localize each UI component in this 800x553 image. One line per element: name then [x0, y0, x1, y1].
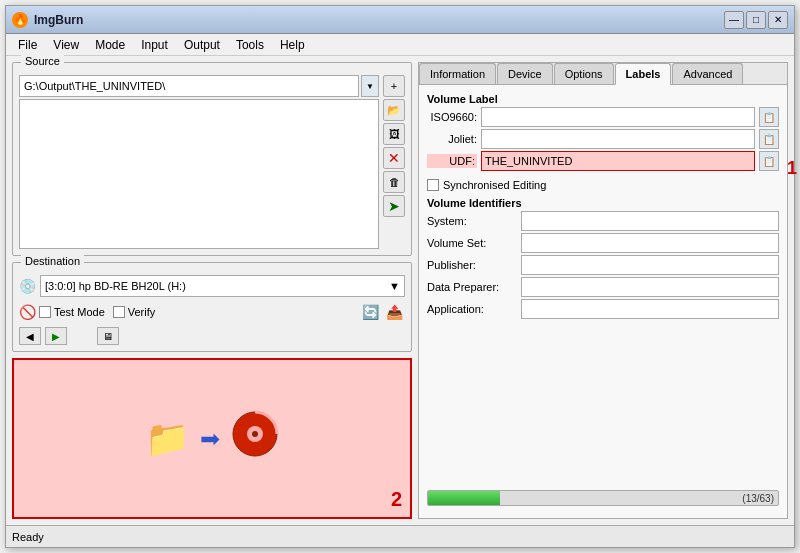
system-input[interactable]: [521, 211, 779, 231]
publisher-row: Publisher:: [427, 255, 779, 275]
test-mode-label: Test Mode: [54, 306, 105, 318]
main-content: Source G:\Output\THE_UNINVITED\ ▼ + 📂 🖼 …: [6, 56, 794, 525]
publisher-key: Publisher:: [427, 259, 517, 271]
screen-button[interactable]: 🖥: [97, 327, 119, 345]
source-file-list[interactable]: [19, 99, 379, 249]
iso9660-copy-button[interactable]: 📋: [759, 107, 779, 127]
tab-advanced[interactable]: Advanced: [672, 63, 743, 84]
iso9660-key: ISO9660:: [427, 111, 477, 123]
udf-input[interactable]: [481, 151, 755, 171]
iso9660-input[interactable]: [481, 107, 755, 127]
udf-key: UDF:: [427, 154, 477, 168]
udf-row: UDF: 📋 1: [427, 151, 779, 171]
application-row: Application:: [427, 299, 779, 319]
iso9660-row: ISO9660: 📋: [427, 107, 779, 127]
close-button[interactable]: ✕: [768, 11, 788, 29]
test-mode-checkbox[interactable]: [39, 306, 51, 318]
source-content: G:\Output\THE_UNINVITED\ ▼ + 📂 🖼 ✕ 🗑 ➤: [19, 75, 405, 249]
data-preparer-row: Data Preparer:: [427, 277, 779, 297]
sync-checkbox[interactable]: [427, 179, 439, 191]
remove-source-button[interactable]: ✕: [383, 147, 405, 169]
browse-image-button[interactable]: 🖼: [383, 123, 405, 145]
progress-text: (13/63): [742, 493, 774, 504]
add-source-button[interactable]: +: [383, 75, 405, 97]
tab-device[interactable]: Device: [497, 63, 553, 84]
menu-help[interactable]: Help: [272, 36, 313, 54]
device-icon: 💿: [19, 278, 36, 294]
menu-mode[interactable]: Mode: [87, 36, 133, 54]
volume-identifiers-title: Volume Identifiers: [427, 197, 779, 209]
browse-folder-button[interactable]: 📂: [383, 99, 405, 121]
arrow-icon: ➡: [200, 425, 220, 453]
svg-point-2: [252, 431, 258, 437]
tab-labels[interactable]: Labels: [615, 63, 672, 85]
source-dropdown-button[interactable]: ▼: [361, 75, 379, 97]
menu-view[interactable]: View: [45, 36, 87, 54]
right-panel: Information Device Options Labels Advanc…: [418, 62, 788, 519]
tab-information[interactable]: Information: [419, 63, 496, 84]
preview-number: 2: [391, 488, 402, 511]
data-preparer-key: Data Preparer:: [427, 281, 517, 293]
volume-label-section: Volume Label ISO9660: 📋 Joliet: 📋 UDF:: [427, 93, 779, 173]
verify-checkbox[interactable]: [113, 306, 125, 318]
menu-output[interactable]: Output: [176, 36, 228, 54]
menu-tools[interactable]: Tools: [228, 36, 272, 54]
status-text: Ready: [12, 531, 44, 543]
window-controls: — □ ✕: [724, 11, 788, 29]
sync-row: Synchronised Editing: [427, 179, 779, 191]
app-icon: 🔥: [12, 12, 28, 28]
left-panel: Source G:\Output\THE_UNINVITED\ ▼ + 📂 🖼 …: [12, 62, 412, 519]
volume-identifiers-section: Volume Identifiers System: Volume Set: P…: [427, 197, 779, 321]
folder-icon: 📁: [145, 418, 190, 460]
test-mode-option: 🚫 Test Mode: [19, 304, 105, 320]
source-label: Source: [21, 55, 64, 67]
application-input[interactable]: [521, 299, 779, 319]
joliet-input[interactable]: [481, 129, 755, 149]
status-bar: Ready: [6, 525, 794, 547]
preview-area: 📁 ➡ 2: [12, 358, 412, 519]
source-group: Source G:\Output\THE_UNINVITED\ ▼ + 📂 🖼 …: [12, 62, 412, 256]
verify-option: Verify: [113, 306, 156, 318]
publisher-input[interactable]: [521, 255, 779, 275]
test-mode-icon: 🚫: [19, 304, 36, 320]
title-bar: 🔥 ImgBurn — □ ✕: [6, 6, 794, 34]
joliet-copy-button[interactable]: 📋: [759, 129, 779, 149]
destination-row: 💿 [3:0:0] hp BD-RE BH20L (H:) ▼: [19, 275, 405, 297]
go-source-button[interactable]: ➤: [383, 195, 405, 217]
options-row: 🚫 Test Mode Verify 🔄 📤: [19, 301, 405, 323]
menu-input[interactable]: Input: [133, 36, 176, 54]
destination-label: Destination: [21, 255, 84, 267]
delete-source-button[interactable]: 🗑: [383, 171, 405, 193]
disc-icon: [230, 409, 280, 468]
source-top-row: G:\Output\THE_UNINVITED\ ▼: [19, 75, 379, 97]
progress-bar: (13/63): [427, 490, 779, 506]
spacer: [71, 327, 93, 345]
data-preparer-input[interactable]: [521, 277, 779, 297]
refresh-button[interactable]: 🔄: [359, 301, 381, 323]
system-row: System:: [427, 211, 779, 231]
play-button[interactable]: ▶: [45, 327, 67, 345]
menu-file[interactable]: File: [10, 36, 45, 54]
maximize-button[interactable]: □: [746, 11, 766, 29]
minimize-button[interactable]: —: [724, 11, 744, 29]
prev-button[interactable]: ◀: [19, 327, 41, 345]
udf-annotation-number: 1: [787, 158, 797, 179]
menu-bar: File View Mode Input Output Tools Help: [6, 34, 794, 56]
verify-label: Verify: [128, 306, 156, 318]
tab-options[interactable]: Options: [554, 63, 614, 84]
volume-label-title: Volume Label: [427, 93, 779, 105]
eject-button[interactable]: 📤: [383, 301, 405, 323]
sync-label: Synchronised Editing: [443, 179, 546, 191]
bottom-row: ◀ ▶ 🖥: [19, 327, 405, 345]
destination-device-text: [3:0:0] hp BD-RE BH20L (H:): [45, 280, 186, 292]
joliet-key: Joliet:: [427, 133, 477, 145]
volume-set-key: Volume Set:: [427, 237, 517, 249]
system-key: System:: [427, 215, 517, 227]
volume-set-input[interactable]: [521, 233, 779, 253]
udf-copy-button[interactable]: 📋: [759, 151, 779, 171]
destination-group: Destination 💿 [3:0:0] hp BD-RE BH20L (H:…: [12, 262, 412, 352]
destination-dropdown[interactable]: [3:0:0] hp BD-RE BH20L (H:) ▼: [40, 275, 405, 297]
window-title: ImgBurn: [34, 13, 724, 27]
joliet-row: Joliet: 📋: [427, 129, 779, 149]
volume-set-row: Volume Set:: [427, 233, 779, 253]
